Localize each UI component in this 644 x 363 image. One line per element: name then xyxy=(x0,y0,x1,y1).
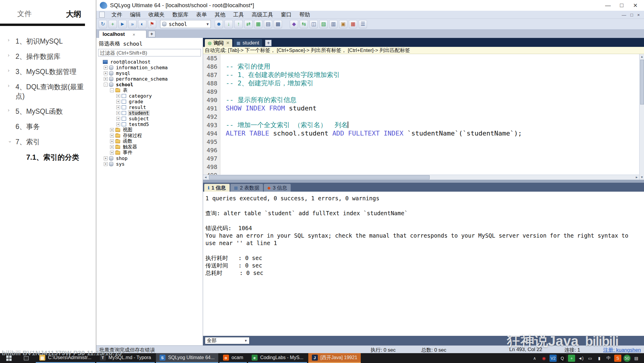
chevron-right-icon[interactable]: › xyxy=(8,67,10,73)
ime-chinese-tray-icon[interactable]: 中 xyxy=(605,355,612,362)
expand-icon[interactable]: + xyxy=(110,139,114,143)
code-line[interactable]: 486-- 索引的使用 xyxy=(203,62,644,71)
execute-all-icon[interactable]: » xyxy=(128,20,137,28)
menu-文件[interactable]: 文件 xyxy=(108,10,126,19)
tree-node-testmd5[interactable]: +testmd5 xyxy=(97,121,203,127)
tree-node-subject[interactable]: +subject xyxy=(97,116,203,121)
editor-vertical-scrollbar[interactable]: ▲ ▼ xyxy=(639,54,644,180)
menu-其他[interactable]: 其他 xyxy=(211,10,229,19)
outline-item[interactable]: ⌄7、索引 xyxy=(0,134,96,150)
menu-编辑[interactable]: 编辑 xyxy=(126,10,145,19)
collapse-icon[interactable]: - xyxy=(110,88,114,92)
outline-item[interactable]: ›5、MySQL函数 xyxy=(0,104,96,119)
taskbar-app-codinglabs-browser[interactable]: eCodingLabs - MyS... xyxy=(248,353,307,363)
network-tray-icon[interactable]: ▭ xyxy=(586,355,594,362)
expand-icon[interactable]: + xyxy=(104,77,108,81)
qq-tray-icon[interactable]: Q xyxy=(559,355,566,362)
expand-icon[interactable]: + xyxy=(116,111,120,115)
results-tab-2 表数据[interactable]: ▦2 表数据 xyxy=(230,184,263,192)
connection-tab-localhost[interactable]: localhost × xyxy=(99,30,146,38)
code-line[interactable]: 497 xyxy=(203,154,644,163)
menu-表单[interactable]: 表单 xyxy=(192,10,211,19)
expand-icon[interactable]: + xyxy=(104,156,108,160)
expand-icon[interactable]: + xyxy=(110,151,114,155)
green-50-tray-icon[interactable]: 50 xyxy=(623,355,631,362)
scroll-up-icon[interactable]: ▲ xyxy=(640,54,644,59)
chevron-right-icon[interactable]: › xyxy=(8,107,10,113)
tab-files[interactable]: 文件 xyxy=(17,9,32,19)
code-line[interactable]: 493-- 增加一个全文索引 （索引名） 列名 xyxy=(203,121,644,129)
results-filter-dropdown[interactable]: 全部 ▼ xyxy=(205,337,250,344)
code-line[interactable]: 489 xyxy=(203,87,644,96)
start-button[interactable] xyxy=(0,353,18,363)
code-line[interactable]: 490-- 显示所有的索引信息 xyxy=(203,96,644,104)
user-manager-icon[interactable]: ☻ xyxy=(215,20,223,28)
green-plus-tray-icon[interactable]: + xyxy=(568,355,575,362)
tree-node-result[interactable]: +result xyxy=(97,104,203,110)
chevron-right-icon[interactable]: › xyxy=(8,52,10,58)
reconnect-icon[interactable]: ↻ xyxy=(99,20,107,28)
tree-node-root@localhost[interactable]: root@localhost xyxy=(97,59,203,65)
expand-icon[interactable]: + xyxy=(110,145,114,149)
menu-工具[interactable]: 工具 xyxy=(229,10,248,19)
copy-table-icon[interactable]: ▤ xyxy=(264,20,272,28)
grid-view-icon[interactable]: ☰ xyxy=(359,20,367,28)
code-line[interactable]: 491SHOW INDEX FROM student xyxy=(203,104,644,113)
action-center-icon[interactable]: ▤ xyxy=(633,355,640,362)
chevron-down-icon[interactable]: ⌄ xyxy=(8,138,12,144)
chevron-right-icon[interactable]: › xyxy=(8,37,10,43)
menu-收藏夹[interactable]: 收藏夹 xyxy=(145,10,168,19)
tree-node-sys[interactable]: +sys xyxy=(97,161,203,167)
tree-node-视图[interactable]: +视图 xyxy=(97,127,203,133)
schema-sync-icon[interactable]: ◆ xyxy=(290,20,298,28)
battery-tray-icon[interactable]: ▮ xyxy=(596,355,603,362)
outline-item[interactable]: 7.1、索引的分类 xyxy=(0,150,96,165)
expand-icon[interactable]: + xyxy=(110,134,114,138)
tab-outline[interactable]: 大纲 xyxy=(66,9,81,19)
table-info-icon[interactable]: ▩ xyxy=(274,20,282,28)
tab-student-table[interactable]: ▦ student xyxy=(233,39,262,47)
child-close-button[interactable]: × xyxy=(637,12,640,17)
taskbar-app-explorer[interactable]: ▨C:\Users\Administr... xyxy=(36,353,95,363)
code-line[interactable]: 496 xyxy=(203,146,644,154)
child-restore-button[interactable]: □ xyxy=(630,12,633,17)
image-export-icon[interactable]: ▣ xyxy=(339,20,347,28)
tree-node-触发器[interactable]: +触发器 xyxy=(97,144,203,150)
tree-node-category[interactable]: +category xyxy=(97,93,203,99)
code-line[interactable]: 487-- 1、在创建表的时候给字段增加索引 xyxy=(203,71,644,79)
minimize-button[interactable]: — xyxy=(601,1,615,10)
code-line[interactable]: 495 xyxy=(203,138,644,146)
results-tab-1 信息[interactable]: ℹ1 信息 xyxy=(204,184,230,192)
close-query-tab-icon[interactable]: × xyxy=(226,40,229,46)
results-tab-3 信息[interactable]: ◆3 信息 xyxy=(264,184,291,192)
outline-item[interactable]: ›4、DQL查询数据(最重点) xyxy=(0,79,96,104)
tree-node-performance_schema[interactable]: +performance_schema xyxy=(97,76,203,82)
volume-tray-icon[interactable]: ◄) xyxy=(577,355,584,362)
collapse-icon[interactable]: - xyxy=(104,83,108,87)
outline-item[interactable]: 6、事务 xyxy=(0,119,96,134)
menu-帮助[interactable]: 帮助 xyxy=(295,10,314,19)
taskbar-app-sqlyog[interactable]: SSQLyog Ultimate 64... xyxy=(156,353,218,363)
tree-node-shop[interactable]: +shop xyxy=(97,156,203,161)
expand-icon[interactable]: + xyxy=(104,71,108,75)
scroll-right-icon[interactable]: ► xyxy=(634,175,639,180)
ocam-tray-icon[interactable]: ◉ xyxy=(540,355,547,362)
expand-icon[interactable]: + xyxy=(104,162,108,166)
backup-database-icon[interactable]: ↓ xyxy=(225,20,233,28)
code-line[interactable]: 488-- 2、创建完毕后，增加索引 xyxy=(203,79,644,87)
outline-item[interactable]: ›2、操作数据库 xyxy=(0,49,96,64)
close-connection-icon[interactable]: × xyxy=(133,32,135,37)
vscroll-thumb[interactable] xyxy=(640,60,644,104)
code-line[interactable]: 492 xyxy=(203,113,644,121)
chevron-right-icon[interactable]: › xyxy=(8,83,10,89)
menu-窗口[interactable]: 窗口 xyxy=(277,10,295,19)
expand-icon[interactable]: + xyxy=(110,128,114,132)
data-sync-icon[interactable]: ⇆ xyxy=(300,20,308,28)
restore-database-icon[interactable]: ↑ xyxy=(234,20,243,28)
expand-icon[interactable]: + xyxy=(104,66,108,70)
outline-item[interactable]: ›3、MySQL数据管理 xyxy=(0,64,96,79)
code-line[interactable]: 494ALTER TABLE school.student ADD FULLTE… xyxy=(203,129,644,138)
tree-node-函数[interactable]: +函数 xyxy=(97,139,203,144)
taskbar-app-ocam[interactable]: oocam xyxy=(219,353,247,363)
tree-node-表[interactable]: -表 xyxy=(97,87,203,93)
